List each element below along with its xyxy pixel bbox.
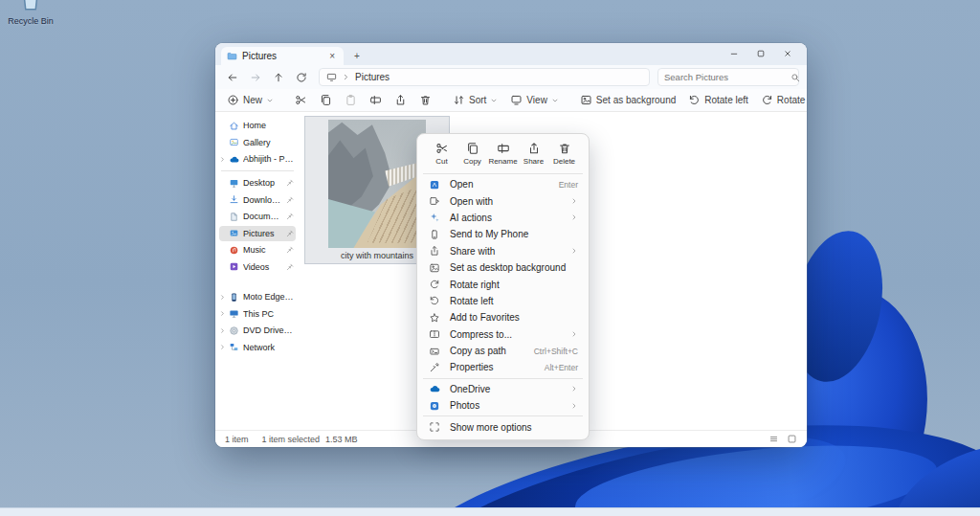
items-count: 1 item <box>225 435 249 444</box>
context-menu-item-open[interactable]: OpenEnter <box>421 176 585 192</box>
up-button[interactable] <box>269 69 288 86</box>
sidebar-item-pictures[interactable]: Pictures <box>219 226 296 241</box>
back-button[interactable] <box>223 69 242 86</box>
chevron-expand-icon[interactable] <box>219 294 226 301</box>
rotate-left-button[interactable]: Rotate left <box>682 91 754 109</box>
rotate-right-icon <box>761 94 773 106</box>
music-icon <box>229 245 239 256</box>
context-quick-cut-button[interactable]: Cut <box>427 139 457 168</box>
delete-button[interactable] <box>413 91 437 109</box>
sidebar-item-label: Documents <box>243 212 282 221</box>
sidebar-item-label: Home <box>243 121 294 130</box>
share-icon <box>394 94 407 106</box>
context-quick-rename-button[interactable]: Rename <box>488 139 518 168</box>
menu-item-label: Photos <box>450 400 562 411</box>
menu-item-shortcut: Ctrl+Shift+C <box>534 347 578 356</box>
tab-close-icon[interactable]: × <box>326 51 338 62</box>
new-button[interactable]: New <box>221 91 279 109</box>
gallery-icon <box>229 137 239 147</box>
star-icon <box>428 312 441 324</box>
paste-button[interactable] <box>339 91 363 109</box>
pin-icon <box>286 263 294 271</box>
chevron-expand-icon[interactable] <box>219 156 226 163</box>
tab-pictures[interactable]: Pictures × <box>221 47 344 65</box>
sidebar-item-home[interactable]: Home <box>219 118 296 133</box>
context-menu-item-set-as-desktop-background[interactable]: Set as desktop background <box>421 259 585 276</box>
pin-icon <box>286 213 294 220</box>
sidebar-item-downloads[interactable]: Downloads <box>219 192 296 208</box>
thispc-icon <box>229 308 239 319</box>
sidebar-item-onedrive-personal[interactable]: Abhijith - Personal <box>219 151 296 167</box>
menu-item-label: Properties <box>450 362 536 372</box>
selection-info: 1 item selected <box>262 435 321 444</box>
sidebar-item-label: Network <box>243 343 294 352</box>
cut-button[interactable] <box>289 91 313 109</box>
context-menu-item-rotate-left[interactable]: Rotate left <box>421 293 585 309</box>
ai-icon <box>428 212 441 223</box>
cut-icon <box>295 94 307 106</box>
new-label: New <box>243 95 262 105</box>
minimize-button[interactable] <box>721 43 747 63</box>
quick-action-label: Delete <box>553 157 575 166</box>
details-view-toggle-icon[interactable] <box>768 434 779 444</box>
context-menu-item-ai-actions[interactable]: AI actions <box>421 210 585 226</box>
view-button[interactable]: View <box>504 91 565 109</box>
context-menu-item-rotate-right[interactable]: Rotate right <box>421 276 585 292</box>
quick-action-label: Cut <box>435 157 447 166</box>
chevron-expand-icon[interactable] <box>219 344 226 350</box>
rotate-left-icon <box>428 295 441 306</box>
rotate-right-icon <box>428 279 441 290</box>
context-quick-delete-button[interactable]: Delete <box>549 139 579 168</box>
context-menu-item-compress-to[interactable]: Compress to... <box>421 326 585 343</box>
rename-icon <box>497 142 510 155</box>
thumbnail-view-toggle-icon[interactable] <box>787 434 797 444</box>
context-menu-item-photos[interactable]: Photos <box>421 397 585 414</box>
search-box[interactable] <box>657 68 799 86</box>
window-close-button[interactable] <box>774 43 801 63</box>
context-menu-item-send-to-my-phone[interactable]: Send to My Phone <box>421 226 585 242</box>
sidebar-item-gallery[interactable]: Gallery <box>219 135 296 150</box>
sidebar-item-label: DVD Drive (D:) CCC <box>243 325 294 335</box>
sort-button[interactable]: Sort <box>447 91 503 109</box>
taskbar[interactable] <box>0 507 980 516</box>
forward-button[interactable] <box>246 69 265 86</box>
recycle-bin-shortcut[interactable]: Recycle Bin <box>4 0 57 26</box>
context-menu-item-show-more-options[interactable]: Show more options <box>421 418 585 435</box>
search-input[interactable] <box>664 72 791 82</box>
chevron-expand-icon[interactable] <box>219 310 226 317</box>
share-button[interactable] <box>389 91 412 109</box>
rename-button[interactable] <box>364 91 388 109</box>
paste-icon <box>345 94 357 106</box>
sidebar-item-desktop[interactable]: Desktop <box>219 175 296 191</box>
context-menu-item-copy-as-path[interactable]: Copy as pathCtrl+Shift+C <box>421 343 585 359</box>
refresh-button[interactable] <box>292 69 311 86</box>
chevron-expand-icon[interactable] <box>219 327 226 334</box>
sidebar-item-videos[interactable]: Videos <box>219 259 296 275</box>
sidebar-item-documents[interactable]: Documents <box>219 209 296 224</box>
sidebar-item-music[interactable]: Music <box>219 242 296 258</box>
context-quick-share-button[interactable]: Share <box>519 139 548 168</box>
sidebar-item-moto-edge-50-neo[interactable]: Moto Edge 50 Neo <box>219 289 296 304</box>
maximize-button[interactable] <box>747 43 774 63</box>
breadcrumb[interactable]: Pictures <box>319 68 650 86</box>
sidebar-item-label: Moto Edge 50 Neo <box>243 292 294 302</box>
menu-item-label: Share with <box>450 246 562 257</box>
context-quick-copy-button[interactable]: Copy <box>457 139 487 168</box>
sidebar-item-dvd-drive[interactable]: DVD Drive (D:) CCC <box>219 323 296 338</box>
sidebar-item-network[interactable]: Network <box>219 340 296 355</box>
set-as-background-button[interactable]: Set as background <box>574 91 681 109</box>
copy-button[interactable] <box>314 91 338 109</box>
context-menu-divider <box>423 415 583 416</box>
sidebar-item-this-pc[interactable]: This PC <box>219 306 296 322</box>
context-menu-item-open-with[interactable]: Open with <box>421 192 585 209</box>
context-menu-item-properties[interactable]: PropertiesAlt+Enter <box>421 359 585 375</box>
submenu-chevron-icon <box>570 402 578 410</box>
context-menu-item-onedrive[interactable]: OneDrive <box>421 381 585 397</box>
context-menu-item-add-to-favorites[interactable]: Add to Favorites <box>421 309 585 325</box>
new-tab-button[interactable]: + <box>351 51 363 62</box>
rotate-right-button[interactable]: Rotate right <box>755 91 807 109</box>
documents-icon <box>229 212 239 222</box>
pin-icon <box>286 246 294 254</box>
context-menu-item-share-with[interactable]: Share with <box>421 243 585 259</box>
sidebar-item-label: Gallery <box>243 138 294 147</box>
